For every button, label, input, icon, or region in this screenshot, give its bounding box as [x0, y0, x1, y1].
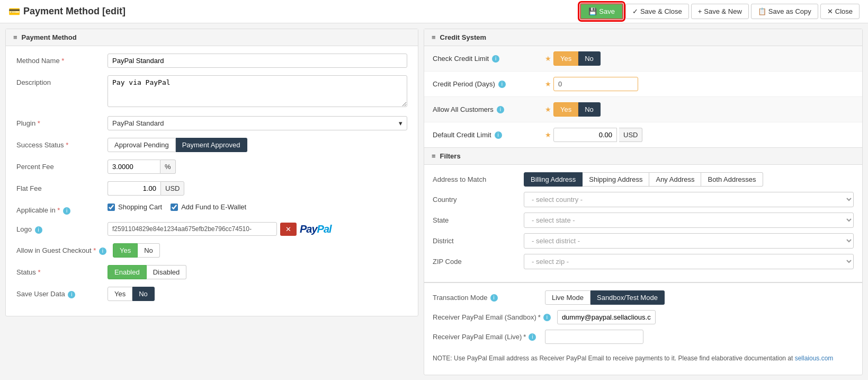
success-status-label: Success Status *: [16, 138, 101, 149]
default-credit-limit-label: Default Credit Limit i: [433, 131, 539, 139]
payment-approved-btn[interactable]: Payment Approved: [176, 138, 247, 152]
save-user-yes-btn[interactable]: Yes: [108, 287, 132, 301]
logo-filename-input[interactable]: [108, 222, 277, 236]
default-credit-star: ★: [545, 131, 551, 139]
check-credit-star: ★: [545, 55, 551, 63]
approval-pending-btn[interactable]: Approval Pending: [108, 138, 176, 152]
page-title: 💳 Payment Method [edit]: [8, 6, 126, 17]
status-toggle: Enabled Disabled: [108, 265, 186, 279]
transaction-mode-label: Transaction Mode i: [433, 294, 539, 302]
add-fund-checkbox[interactable]: [171, 204, 178, 211]
receiver-email-sandbox-row: Receiver PayPal Email (Sandbox) * i: [433, 310, 854, 324]
applicable-in-row: Applicable in * i Shopping Cart Add Fund…: [16, 203, 407, 215]
allow-all-customers-row: Allow All Customers i ★ Yes No: [424, 97, 862, 122]
credit-period-input[interactable]: [553, 77, 638, 91]
shopping-cart-checkbox[interactable]: [108, 204, 115, 211]
sandbox-mode-btn[interactable]: Sandbox/Test Mode: [590, 290, 665, 305]
district-row: District - select district -: [433, 233, 854, 249]
logo-clear-button[interactable]: ✕: [280, 223, 297, 236]
check-credit-no-btn[interactable]: No: [578, 51, 601, 66]
plugin-row: Plugin * PayPal Standard ▾: [16, 116, 407, 130]
both-addresses-btn[interactable]: Both Addresses: [701, 172, 763, 187]
receiver-sandbox-info-icon: i: [543, 314, 551, 321]
header: 💳 Payment Method [edit] 💾 Save ✓ Save & …: [0, 0, 868, 23]
success-status-row: Success Status * Approval Pending Paymen…: [16, 138, 407, 152]
close-icon: ✕: [827, 7, 833, 15]
plus-icon: +: [698, 7, 702, 15]
percent-fee-row: Percent Fee %: [16, 160, 407, 174]
state-label: State: [433, 216, 517, 224]
description-row: Description Pay via PayPal: [16, 75, 407, 109]
method-name-row: Method Name *: [16, 54, 407, 68]
district-select[interactable]: - select district -: [524, 233, 854, 249]
description-input[interactable]: Pay via PayPal: [108, 75, 407, 107]
receiver-email-live-input[interactable]: [545, 330, 643, 344]
save-button[interactable]: 💾 Save: [580, 3, 623, 20]
allow-guest-row: Allow in Guest Checkout * i Yes No: [16, 243, 407, 258]
close-button[interactable]: ✕ Close: [820, 4, 860, 19]
status-label: Status *: [16, 265, 101, 276]
allow-all-customers-label: Allow All Customers i: [433, 105, 539, 113]
status-enabled-btn[interactable]: Enabled: [108, 265, 147, 279]
check-credit-info-icon: i: [492, 55, 499, 63]
country-select[interactable]: - select country -: [524, 192, 854, 207]
note-link[interactable]: sellaious.com: [795, 355, 834, 362]
allow-customers-yes-btn[interactable]: Yes: [553, 102, 578, 117]
default-credit-info-icon: i: [495, 131, 502, 139]
credit-period-info-icon: i: [498, 81, 506, 88]
allow-guest-label: Allow in Guest Checkout * i: [16, 243, 106, 255]
default-credit-input[interactable]: [553, 128, 617, 142]
flat-fee-input[interactable]: [108, 181, 160, 196]
save-copy-button[interactable]: 📋 Save as Copy: [751, 4, 818, 19]
receiver-live-info-icon: i: [529, 333, 536, 341]
save-close-button[interactable]: ✓ Save & Close: [625, 4, 689, 19]
method-name-input[interactable]: [108, 54, 407, 68]
shopping-cart-checkbox-label[interactable]: Shopping Cart: [108, 203, 162, 211]
check-credit-yes-btn[interactable]: Yes: [553, 51, 578, 66]
allow-customers-toggle: Yes No: [553, 102, 601, 117]
save-user-toggle: Yes No: [108, 287, 155, 301]
filters-header: ≡ Filters: [424, 148, 862, 165]
check-credit-limit-label: Check Credit Limit i: [433, 55, 539, 63]
receiver-email-sandbox-input[interactable]: [557, 310, 656, 324]
address-to-match-label: Address to Match: [433, 175, 517, 183]
check-credit-limit-row: Check Credit Limit i ★ Yes No: [424, 46, 862, 72]
percent-fee-input[interactable]: [108, 160, 160, 174]
filters-section: ≡ Filters Address to Match Billing Addre…: [424, 147, 862, 282]
live-mode-btn[interactable]: Live Mode: [545, 290, 590, 305]
credit-section-icon: ≡: [432, 33, 436, 41]
check-icon: ✓: [632, 7, 638, 15]
save-new-button[interactable]: + Save & New: [691, 4, 749, 19]
add-fund-checkbox-label[interactable]: Add Fund to E-Wallet: [171, 203, 246, 211]
logo-info-icon: i: [35, 226, 42, 234]
logo-preview: PayPal: [300, 223, 332, 235]
allow-guest-no-btn[interactable]: No: [138, 243, 160, 258]
credit-period-row: Credit Period (Days) i ★: [424, 72, 862, 97]
credit-limit-addon: USD: [619, 128, 642, 142]
state-row: State - select state -: [433, 213, 854, 228]
billing-address-btn[interactable]: Billing Address: [524, 172, 583, 187]
allow-guest-toggle: Yes No: [113, 243, 160, 258]
status-disabled-btn[interactable]: Disabled: [147, 265, 187, 279]
payment-method-form: Method Name * Description Pay via PayPal: [6, 46, 418, 316]
save-user-no-btn[interactable]: No: [132, 287, 155, 301]
percent-fee-group: %: [108, 160, 407, 174]
percent-fee-label: Percent Fee: [16, 160, 101, 171]
any-address-btn[interactable]: Any Address: [649, 172, 701, 187]
receiver-email-live-label: Receiver PayPal Email (Live) * i: [433, 333, 539, 341]
zip-select[interactable]: - select zip -: [524, 254, 854, 269]
flat-fee-addon: USD: [160, 181, 184, 196]
plugin-label: Plugin *: [16, 116, 101, 127]
shipping-address-btn[interactable]: Shipping Address: [583, 172, 649, 187]
state-select[interactable]: - select state -: [524, 213, 854, 228]
success-status-toggle: Approval Pending Payment Approved: [108, 138, 247, 152]
allow-guest-yes-btn[interactable]: Yes: [113, 243, 138, 258]
allow-guest-info-icon: i: [99, 248, 106, 255]
logo-input-group: ✕ PayPal: [108, 222, 407, 236]
note-text: NOTE: Use PayPal Email address as Receiv…: [433, 349, 854, 367]
filters-icon: ≡: [432, 152, 436, 160]
allow-customers-no-btn[interactable]: No: [578, 102, 601, 117]
plugin-select[interactable]: PayPal Standard ▾: [108, 116, 407, 130]
transaction-mode-toggle: Live Mode Sandbox/Test Mode: [545, 290, 665, 305]
receiver-email-sandbox-label: Receiver PayPal Email (Sandbox) * i: [433, 310, 551, 321]
